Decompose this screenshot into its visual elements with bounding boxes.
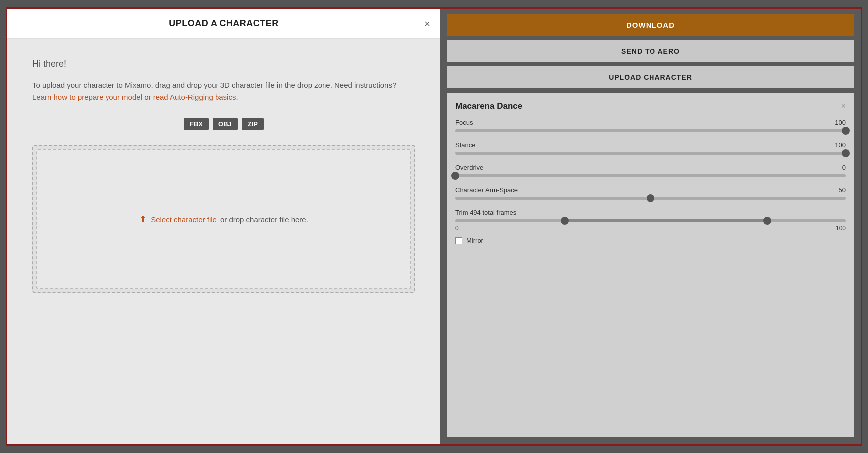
focus-label: Focus	[455, 119, 473, 126]
format-tag-fbx: FBX	[184, 118, 209, 130]
instructions-part3: or	[144, 93, 151, 101]
overdrive-thumb[interactable]	[451, 172, 459, 180]
drop-text: or drop character file here.	[220, 215, 308, 224]
drop-zone[interactable]: ⬆ Select character file or drop characte…	[36, 149, 411, 289]
stance-label-row: Stance 100	[455, 141, 846, 149]
anim-title-row: Macarena Dance ×	[455, 101, 846, 111]
upload-icon: ⬆	[139, 214, 147, 225]
stance-value: 100	[835, 141, 846, 149]
params-panel: Macarena Dance × Focus 100 Stance 100	[447, 93, 854, 437]
stance-label: Stance	[455, 141, 475, 149]
trim-min-label: 0	[455, 225, 459, 232]
arm-space-param: Character Arm-Space 50	[455, 186, 846, 200]
format-tags-container: FBX OBJ ZIP	[32, 118, 415, 130]
trim-slider[interactable]	[455, 219, 846, 222]
greeting-text: Hi there!	[32, 59, 415, 69]
arm-space-value: 50	[839, 186, 846, 194]
trim-left-thumb[interactable]	[561, 217, 569, 225]
animation-close-button[interactable]: ×	[841, 102, 846, 111]
animation-title: Macarena Dance	[455, 101, 522, 111]
right-panel: DOWNLOAD SEND TO AERO UPLOAD CHARACTER M…	[440, 9, 861, 444]
focus-slider[interactable]	[455, 129, 846, 132]
trim-range	[565, 219, 768, 222]
trim-minmax: 0 100	[455, 225, 846, 232]
overdrive-param: Overdrive 0	[455, 164, 846, 177]
modal-body: Hi there! To upload your character to Mi…	[7, 39, 440, 444]
overdrive-value: 0	[842, 164, 846, 171]
action-buttons: DOWNLOAD SEND TO AERO UPLOAD CHARACTER	[440, 9, 861, 93]
instructions-part2: drop zone. Need instructions?	[297, 81, 396, 89]
trim-label-row: Trim 494 total frames	[455, 209, 846, 216]
format-tag-zip: ZIP	[242, 118, 264, 130]
mirror-row: Mirror	[455, 237, 846, 244]
trim-right-thumb[interactable]	[763, 217, 771, 225]
instructions-text: To upload your character to Mixamo, drag…	[32, 79, 415, 103]
overdrive-label: Overdrive	[455, 164, 483, 171]
drop-zone-content: ⬆ Select character file or drop characte…	[139, 214, 308, 225]
stance-slider[interactable]	[455, 152, 846, 155]
instructions-part1: To upload your character to Mixamo, drag…	[32, 81, 295, 89]
format-tag-obj: OBJ	[213, 118, 238, 130]
trim-param: Trim 494 total frames 0 100	[455, 209, 846, 232]
focus-value: 100	[835, 119, 846, 126]
overdrive-label-row: Overdrive 0	[455, 164, 846, 171]
overdrive-slider[interactable]	[455, 174, 846, 177]
modal-header: UPLOAD A CHARACTER ×	[7, 9, 440, 39]
arm-space-slider[interactable]	[455, 197, 846, 200]
trim-max-label: 100	[836, 225, 846, 232]
upload-modal: UPLOAD A CHARACTER × Hi there! To upload…	[7, 9, 440, 444]
drop-zone-outer: ⬆ Select character file or drop characte…	[32, 145, 415, 293]
learn-how-link[interactable]: Learn how to prepare your model	[32, 93, 142, 101]
mirror-label: Mirror	[466, 237, 483, 244]
modal-title: UPLOAD A CHARACTER	[169, 18, 279, 29]
instructions-period: .	[236, 93, 238, 101]
arm-space-label-row: Character Arm-Space 50	[455, 186, 846, 194]
arm-space-thumb[interactable]	[647, 194, 654, 202]
upload-character-button[interactable]: UPLOAD CHARACTER	[447, 66, 854, 88]
focus-label-row: Focus 100	[455, 119, 846, 126]
stance-thumb[interactable]	[842, 149, 850, 157]
send-to-aero-button[interactable]: SEND TO AERO	[447, 40, 854, 62]
trim-frames-count: 494 total frames	[470, 209, 516, 216]
focus-thumb[interactable]	[842, 127, 850, 135]
download-button[interactable]: DOWNLOAD	[447, 14, 854, 36]
trim-label: Trim 494 total frames	[455, 209, 516, 216]
arm-space-label: Character Arm-Space	[455, 186, 518, 194]
auto-rigging-link[interactable]: read Auto-Rigging basics	[153, 93, 236, 101]
select-file-link[interactable]: Select character file	[151, 215, 217, 224]
focus-param: Focus 100	[455, 119, 846, 132]
stance-param: Stance 100	[455, 141, 846, 155]
modal-close-button[interactable]: ×	[424, 18, 430, 29]
mirror-checkbox[interactable]	[455, 237, 462, 244]
